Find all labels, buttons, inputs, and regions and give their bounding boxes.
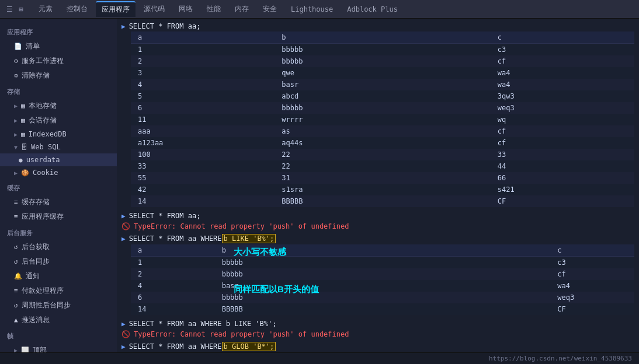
table-cell: 100: [131, 149, 275, 160]
sidebar-item-session-storage[interactable]: ▶ ▦ 会话存储: [0, 113, 117, 128]
table-cell: aaa: [131, 125, 275, 137]
sidebar-item-local-storage[interactable]: ▶ ▦ 本地存储: [0, 99, 117, 113]
status-url: https://blog.csdn.net/weixin_45389633: [489, 355, 632, 362]
sql-arrow: ▶: [121, 235, 126, 243]
table-cell: 33: [491, 149, 634, 160]
tab-elements[interactable]: 元素: [33, 2, 58, 16]
sidebar-item-bg-fetch[interactable]: ↺ 后台获取: [0, 240, 117, 254]
sidebar-item-clear-storage[interactable]: ⚙ 清除存储: [0, 68, 117, 83]
table-cell: CF: [550, 303, 634, 315]
col-header-b: b: [215, 244, 341, 257]
table-cell: 2: [131, 55, 275, 67]
sql-query-3: ▶ SELECT * FROM aa WHERE b LIKE 'B%';: [117, 233, 639, 244]
section-title-app: 应用程序: [0, 23, 117, 39]
expand-icon: ▶: [14, 117, 18, 124]
table-row: 14BBBBBCF: [131, 303, 634, 315]
sql-arrow: ▶: [121, 212, 126, 220]
userdata-icon: ●: [19, 156, 23, 164]
status-bar: https://blog.csdn.net/weixin_45389633: [0, 352, 639, 364]
table-row: 14BBBBBCF: [131, 195, 634, 207]
table-cell: 3qw3: [491, 90, 634, 102]
table-cell: basr: [215, 280, 341, 292]
table-cell: BBBBB: [215, 303, 341, 315]
service-worker-icon: ⚙: [14, 57, 18, 65]
table-cell: s1sra: [275, 184, 490, 195]
result-table-3: a b c 1bbbbbc32bbbbbcf4basrwa46bbbbbweq3…: [131, 244, 634, 315]
notifications-icon: 🔔: [14, 272, 22, 280]
table-spacer: [341, 280, 550, 292]
sidebar-item-app-cache[interactable]: ≡ 应用程序缓存: [0, 209, 117, 224]
table-row: 332244: [131, 160, 634, 172]
error-line-2: 🚫 TypeError: Cannot read property 'push'…: [117, 329, 639, 340]
sidebar-item-userdata[interactable]: ● userdata: [0, 153, 117, 166]
sidebar-item-top-frame[interactable]: ▶ ⬜ 顶部: [0, 343, 117, 352]
table-cell: wa4: [491, 67, 634, 79]
table-cell: 33: [131, 160, 275, 172]
col-header-annot: [341, 244, 550, 257]
top-nav: ☰ ⊞ 元素 控制台 应用程序 源代码 网络 性能 内存 安全 Lighthou…: [0, 0, 639, 19]
sidebar-item-label: 后台同步: [22, 257, 50, 267]
sidebar-item-label: IndexedDB: [29, 130, 67, 138]
table-cell: weq3: [491, 102, 634, 114]
sidebar-item-label: 服务工作进程: [22, 56, 64, 66]
section-title-background: 后台服务: [0, 224, 117, 240]
sidebar-item-websql[interactable]: ▼ 🗄 Web SQL: [0, 141, 117, 153]
table-cell: bbbbb: [275, 102, 490, 114]
sidebar-item-payment-handler[interactable]: ≡ 付款处理程序: [0, 284, 117, 298]
table-cell: 22: [275, 149, 490, 160]
table-cell: 14: [131, 303, 215, 315]
table-cell: cf: [491, 125, 634, 137]
local-storage-icon: ▦: [21, 102, 25, 110]
sidebar-item-label: 清单: [26, 41, 40, 51]
tab-console[interactable]: 控制台: [61, 2, 93, 16]
sidebar-item-service-worker[interactable]: ⚙ 服务工作进程: [0, 54, 117, 68]
table-cell: weq3: [550, 292, 634, 303]
sidebar-item-bg-sync[interactable]: ↺ 后台同步: [0, 254, 117, 269]
table-cell: cf: [491, 55, 634, 67]
table-wrapper-3: a b c 1bbbbbc32bbbbbcf4basrwa46bbbbbweq3…: [117, 244, 639, 317]
sql-prefix-3: SELECT * FROM aa WHERE: [129, 235, 222, 243]
sidebar-item-periodic-bg-sync[interactable]: ↺ 周期性后台同步: [0, 298, 117, 313]
table-row: 6bbbbbweq3: [131, 292, 634, 303]
table-row: 1bbbbbc3: [131, 257, 634, 269]
tab-application[interactable]: 应用程序: [96, 1, 136, 17]
tab-network[interactable]: 网络: [173, 2, 199, 16]
sidebar-item-indexeddb[interactable]: ▶ ▦ IndexedDB: [0, 128, 117, 141]
sidebar-item-label: 应用程序缓存: [22, 212, 64, 222]
sql-block-3: ▶ SELECT * FROM aa WHERE b LIKE 'B%'; a …: [117, 233, 639, 317]
table-row: aaaascf: [131, 125, 634, 137]
sidebar-item-cookie[interactable]: ▶ 🍪 Cookie: [0, 166, 117, 179]
table-cell: bbbbb: [215, 257, 341, 269]
tab-security[interactable]: 安全: [257, 2, 283, 16]
tab-performance[interactable]: 性能: [201, 2, 227, 16]
col-header-c: c: [491, 32, 634, 44]
sql-text: SELECT * FROM aa WHERE b LIKE 'B%';: [129, 320, 277, 328]
sidebar-item-push-messaging[interactable]: ▲ 推送消息: [0, 313, 117, 327]
table-cell: 6: [131, 292, 215, 303]
tab-memory[interactable]: 内存: [229, 2, 255, 16]
table-row: 42s1sras421: [131, 184, 634, 195]
sidebar-item-cache-storage[interactable]: ≡ 缓存存储: [0, 195, 117, 209]
sql-query-2: ▶ SELECT * FROM aa;: [117, 211, 639, 221]
table-cell: bbbbb: [215, 268, 341, 280]
sidebar-item-manifest[interactable]: 📄 清单: [0, 39, 117, 54]
table-row: 11wrrrrwq: [131, 114, 634, 125]
sidebar-item-label: 后台获取: [22, 242, 50, 252]
sidebar-item-notifications[interactable]: 🔔 通知: [0, 269, 117, 284]
table-cell: wa4: [491, 79, 634, 90]
col-header-b: b: [275, 32, 490, 44]
tab-lighthouse[interactable]: Lighthouse: [285, 3, 339, 16]
table-cell: 6: [131, 102, 275, 114]
content-area: ▶ SELECT * FROM aa; a b c 1bbbbbc32bbbbb…: [117, 19, 639, 352]
sql-block-4: ▶ SELECT * FROM aa WHERE b LIKE 'B%'; 🚫 …: [117, 318, 639, 340]
table-cell: 66: [491, 172, 634, 184]
tab-adblock[interactable]: Adblock Plus: [341, 3, 404, 16]
sql-prefix-5: SELECT * FROM aa WHERE: [129, 342, 222, 351]
table-cell: qwe: [275, 67, 490, 79]
tab-sources[interactable]: 源代码: [138, 2, 171, 16]
inspect-icon[interactable]: ⊞: [16, 5, 26, 14]
back-icon[interactable]: ☰: [5, 5, 14, 14]
table-row: 4basrwa4: [131, 280, 634, 292]
sql-text: SELECT * FROM aa;: [129, 22, 201, 30]
bg-fetch-icon: ↺: [14, 243, 18, 251]
